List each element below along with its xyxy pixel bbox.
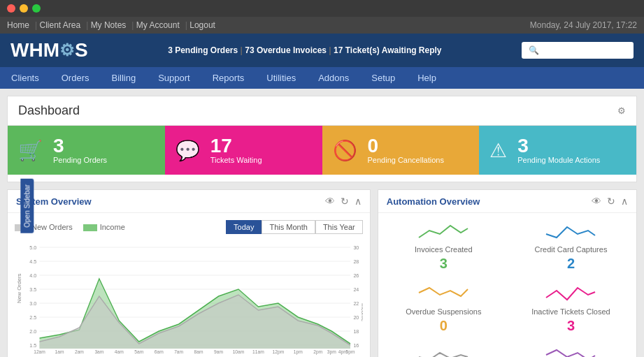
tab-this-year[interactable]: This Year [315, 220, 363, 234]
header-alerts: 3 Pending Orders | 73 Overdue Invoices |… [168, 45, 441, 55]
collapse-icon[interactable]: ∧ [621, 196, 628, 207]
stat-label-tickets: Tickets Waiting [210, 156, 262, 164]
stat-num-tickets: 17 [210, 136, 262, 156]
mini-chart-cc [543, 220, 599, 241]
datetime: Monday, 24 July 2017, 17:22 [530, 20, 637, 30]
eye-icon[interactable]: 👁 [592, 196, 601, 207]
auto-label-cc: Credit Card Captures [515, 245, 627, 254]
svg-text:1pm: 1pm [294, 349, 303, 355]
svg-text:12am: 12am [34, 349, 45, 355]
top-nav-bar: HomeClient AreaMy NotesMy AccountLogout … [0, 17, 644, 34]
svg-text:3am: 3am [94, 349, 103, 355]
svg-text:2pm: 2pm [313, 349, 322, 355]
nav-orders[interactable]: Orders [50, 67, 101, 89]
top-nav-links: HomeClient AreaMy NotesMy AccountLogout [7, 20, 221, 30]
refresh-icon[interactable]: ↻ [607, 196, 615, 207]
traffic-light-red[interactable] [7, 4, 15, 13]
nav-clients[interactable]: Clients [0, 67, 50, 89]
auto-item-invoices: Invoices Created 3 [382, 217, 506, 275]
svg-text:3.0: 3.0 [29, 300, 36, 307]
system-overview-actions: 👁 ↻ ∧ [325, 196, 362, 207]
main-content: Dashboard ⚙ 🛒 3 Pending Orders 💬 17 Tick… [0, 89, 644, 357]
svg-text:4.5: 4.5 [29, 258, 36, 265]
nav-support[interactable]: Support [147, 67, 201, 89]
pending-orders-alert[interactable]: 3 Pending Orders [168, 45, 238, 55]
nav-help[interactable]: Help [406, 67, 448, 89]
stat-label-orders: Pending Orders [53, 156, 107, 164]
sidebar-open-tab[interactable]: Open Sidebar [20, 179, 34, 233]
overdue-invoices-alert[interactable]: 73 Overdue Invoices [245, 45, 327, 55]
nav-setup[interactable]: Setup [360, 67, 406, 89]
stat-card-modules[interactable]: ⚠ 3 Pending Module Actions [479, 126, 636, 175]
warning-icon: ⚠ [489, 139, 507, 162]
main-nav: Clients Orders Billing Support Reports U… [0, 67, 644, 89]
nav-addons[interactable]: Addons [307, 67, 360, 89]
svg-text:4am: 4am [115, 349, 124, 355]
auto-label-invoices: Invoices Created [387, 245, 500, 254]
svg-text:2.0: 2.0 [29, 328, 36, 335]
page-title: Dashboard [18, 103, 80, 118]
logo-gear-icon: ⚙ [59, 41, 75, 60]
automation-overview-header: Automation Overview 👁 ↻ ∧ [378, 190, 636, 213]
svg-text:1.5: 1.5 [29, 342, 36, 349]
cart-icon: 🛒 [18, 139, 43, 162]
svg-text:12pm: 12pm [273, 349, 285, 355]
logo-text-right: S [75, 39, 88, 61]
mini-chart-suspensions [415, 282, 471, 303]
logo-text-left: WHM [10, 39, 59, 61]
mini-chart-invoices [415, 220, 471, 241]
tab-this-month[interactable]: This Month [262, 220, 315, 234]
logo: WHM⚙S [10, 39, 88, 61]
svg-text:18: 18 [353, 328, 359, 335]
tickets-alert[interactable]: 17 Ticket(s) Awaiting Reply [334, 45, 442, 55]
nav-client-area[interactable]: Client Area [35, 20, 80, 30]
nav-my-notes[interactable]: My Notes [86, 20, 126, 30]
dashboard-gear-icon[interactable]: ⚙ [617, 105, 626, 116]
stat-num-modules: 3 [517, 136, 600, 156]
auto-item-inactive-tickets: Inactive Tickets Closed 3 [509, 279, 633, 337]
stat-card-cancellations[interactable]: 🚫 0 Pending Cancellations [322, 126, 480, 175]
auto-item-cc-captures: Credit Card Captures 2 [509, 217, 633, 275]
nav-billing[interactable]: Billing [100, 67, 147, 89]
svg-text:Income: Income [360, 303, 363, 321]
svg-text:3.5: 3.5 [29, 286, 36, 293]
automation-overview-col: Automation Overview 👁 ↻ ∧ [378, 189, 637, 357]
stat-label-modules: Pending Module Actions [517, 156, 600, 164]
system-overview-col: System Overview 👁 ↻ ∧ New Orders Income [7, 189, 371, 357]
automation-overview-panel: Automation Overview 👁 ↻ ∧ [378, 189, 637, 357]
mini-chart-inactive [543, 282, 599, 303]
svg-text:New Orders: New Orders [16, 273, 22, 303]
system-overview-body: New Orders Income Today This Month This … [8, 213, 370, 357]
mini-chart-reminders [415, 344, 471, 357]
chart-tabs: Today This Month This Year [226, 220, 363, 234]
svg-text:3pm: 3pm [327, 349, 336, 355]
collapse-icon[interactable]: ∧ [355, 196, 362, 207]
auto-label-suspensions: Overdue Suspensions [387, 307, 500, 316]
nav-utilities[interactable]: Utilities [255, 67, 307, 89]
svg-text:6am: 6am [155, 349, 164, 355]
traffic-light-green[interactable] [32, 4, 41, 13]
nav-logout[interactable]: Logout [185, 20, 215, 30]
nav-my-account[interactable]: My Account [131, 20, 179, 30]
refresh-icon[interactable]: ↻ [341, 196, 349, 207]
svg-text:24: 24 [353, 286, 359, 293]
auto-num-invoices: 3 [387, 256, 500, 272]
nav-reports[interactable]: Reports [201, 67, 256, 89]
svg-text:10am: 10am [233, 349, 245, 355]
auto-num-suspensions: 0 [387, 318, 500, 334]
automation-overview-title: Automation Overview [387, 196, 480, 207]
automation-overview-actions: 👁 ↻ ∧ [592, 196, 628, 207]
header-search [522, 42, 634, 59]
traffic-light-yellow[interactable] [20, 4, 28, 13]
dashboard-header: Dashboard ⚙ [8, 96, 636, 126]
automation-overview-body: Invoices Created 3 Credit Card Captures … [378, 213, 636, 357]
tab-today[interactable]: Today [226, 220, 262, 234]
nav-home[interactable]: Home [7, 20, 29, 30]
legend-income: Income [83, 223, 125, 231]
system-overview-header: System Overview 👁 ↻ ∧ [8, 190, 370, 213]
stat-card-tickets[interactable]: 💬 17 Tickets Waiting [165, 126, 322, 175]
svg-text:22: 22 [353, 300, 359, 307]
stat-card-orders[interactable]: 🛒 3 Pending Orders [8, 126, 165, 175]
eye-icon[interactable]: 👁 [325, 196, 335, 207]
search-input[interactable] [522, 42, 634, 59]
